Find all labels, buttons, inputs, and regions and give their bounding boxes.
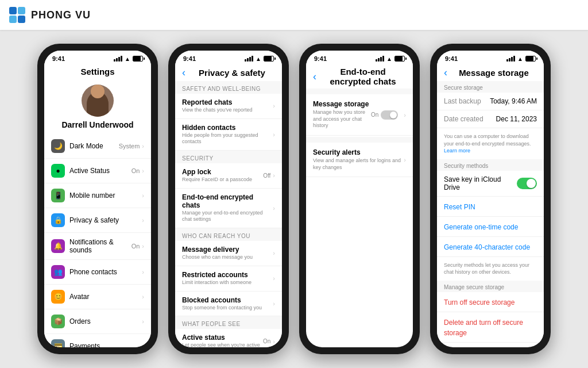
privacy-item-e2e[interactable]: End-to-end encrypted chats Manage your e…	[175, 189, 282, 228]
chevron-icon: ›	[273, 131, 275, 138]
storage-title: Message storage	[451, 68, 537, 78]
e2e-nav: ‹ End-to-end encrypted chats	[306, 64, 413, 89]
status-bar-4: 9:41 ▲	[437, 51, 544, 64]
security-title: Security alerts	[313, 148, 404, 156]
status-time-3: 9:41	[314, 55, 327, 62]
phone-contacts-icon: 👥	[51, 265, 65, 279]
generate-one-time-item[interactable]: Generate one-time code	[437, 217, 544, 237]
avatar-figure	[87, 91, 109, 117]
storage-desc: Manage how you store and access your cha…	[313, 109, 371, 129]
settings-item-privacy[interactable]: 🔒 Privacy & safety ›	[44, 208, 151, 233]
profile-name: Darrell Underwood	[61, 120, 133, 129]
chevron-icon: ›	[273, 275, 275, 282]
privacy-item-blocked[interactable]: Blocked accounts Stop someone from conta…	[175, 292, 282, 317]
chevron-icon: ›	[142, 143, 144, 150]
chevron-icon: ›	[273, 300, 275, 307]
active-status-title: Active status	[182, 334, 263, 342]
e2e-item-storage[interactable]: Message storage Manage how you store and…	[306, 94, 413, 136]
settings-item-avatar[interactable]: 😊 Avatar ›	[44, 285, 151, 309]
reset-pin-label: Reset PIN	[444, 203, 475, 211]
notifications-label: Notifications & sounds	[69, 238, 131, 254]
privacy-item-msgdelivery[interactable]: Message delivery Choose who can message …	[175, 241, 282, 266]
date-created-row: Date created Dec 11, 2023	[437, 110, 544, 128]
storage-title: Message storage	[313, 100, 371, 108]
chevron-icon: ›	[273, 338, 275, 345]
delete-storage-item[interactable]: Delete and turn off secure storage	[437, 312, 544, 343]
date-created-value: Dec 11, 2023	[496, 115, 537, 123]
active-status-value: On	[131, 167, 140, 174]
turn-off-storage-item[interactable]: Turn off secure storage	[437, 292, 544, 312]
mobile-label: Mobile number	[69, 191, 142, 200]
privacy-item-active-status[interactable]: Active status Let people see when you're…	[175, 329, 282, 347]
settings-item-orders[interactable]: 📦 Orders ›	[44, 309, 151, 334]
wifi-icon: ▲	[125, 56, 130, 62]
battery-icon	[264, 56, 274, 62]
phone-e2e: 9:41 ▲ ‹ End-to-end encrypted chats Mess…	[299, 44, 420, 354]
save-key-toggle[interactable]	[517, 178, 537, 189]
privacy-item-applock[interactable]: App lock Require FaceID or a passcode Of…	[175, 163, 282, 189]
status-icons-3: ▲	[376, 56, 405, 62]
settings-screen: 9:41 ▲ Settings Darrel	[44, 51, 151, 347]
orders-label: Orders	[69, 317, 142, 325]
content-area: 9:41 ▲ Settings Darrel	[0, 30, 588, 368]
logo-icon	[9, 7, 25, 23]
back-button[interactable]: ‹	[313, 71, 316, 83]
reset-pin-item[interactable]: Reset PIN	[437, 197, 544, 217]
settings-item-active-status[interactable]: ● Active Status On ›	[44, 159, 151, 183]
settings-item-dark-mode[interactable]: 🌙 Dark Mode System ›	[44, 134, 151, 159]
restricted-desc: Limit interaction with someone	[182, 279, 273, 286]
wifi-icon: ▲	[386, 56, 392, 62]
signal-icon	[245, 56, 253, 62]
chevron-icon: ›	[273, 102, 275, 109]
secure-storage-header: Secure storage	[437, 81, 544, 93]
generate-40char-item[interactable]: Generate 40-character code	[437, 237, 544, 257]
settings-item-payments[interactable]: 💳 Payments ›	[44, 334, 151, 347]
settings-item-notifications[interactable]: 🔔 Notifications & sounds On ›	[44, 233, 151, 260]
hidden-desc: Hide people from your suggested contacts	[182, 132, 273, 145]
manage-storage-header: Manage secure storage	[437, 281, 544, 292]
status-icons-1: ▲	[114, 56, 143, 62]
learn-more-link[interactable]: Learn more	[444, 148, 470, 154]
settings-title: Settings	[51, 67, 144, 76]
blocked-title: Blocked accounts	[182, 296, 273, 304]
storage-value: On	[371, 112, 378, 118]
generate-one-time-label: Generate one-time code	[444, 223, 518, 231]
e2e-item-security[interactable]: Security alerts View and manage alerts f…	[306, 143, 413, 177]
orders-icon: 📦	[51, 315, 65, 328]
chevron-icon: ›	[142, 318, 144, 325]
methods-note: Security methods let you access your cha…	[437, 257, 544, 281]
active-status-desc: Let people see when you're active	[182, 342, 263, 347]
active-status-icon: ●	[51, 164, 65, 178]
privacy-icon: 🔒	[51, 213, 65, 227]
back-button[interactable]: ‹	[444, 67, 447, 79]
msgdelivery-content: Message delivery Choose who can message …	[182, 246, 273, 261]
privacy-item-restricted[interactable]: Restricted accounts Limit interaction wi…	[175, 266, 282, 292]
info-text: You can use a computer to download your …	[437, 128, 544, 159]
avatar[interactable]	[82, 85, 114, 117]
signal-icon	[506, 56, 515, 62]
profile-section: Darrell Underwood	[44, 79, 151, 134]
status-time-1: 9:41	[52, 55, 65, 62]
notifications-value: On	[131, 243, 140, 250]
chevron-icon: ›	[142, 343, 144, 347]
privacy-item-reported[interactable]: Reported chats View the chats you've rep…	[175, 94, 282, 119]
applock-content: App lock Require FaceID or a passcode	[182, 168, 263, 183]
dark-mode-label: Dark Mode	[69, 142, 119, 150]
back-button[interactable]: ‹	[182, 67, 185, 79]
settings-item-mobile[interactable]: 📱 Mobile number ›	[44, 183, 151, 208]
privacy-item-hidden[interactable]: Hidden contacts Hide people from your su…	[175, 119, 282, 151]
chevron-icon: ›	[142, 217, 144, 224]
save-key-row: Save key in iCloud Drive	[437, 171, 544, 197]
settings-content: Darrell Underwood 🌙 Dark Mode System › ●…	[44, 79, 151, 347]
section-reach: Who can reach you	[175, 228, 282, 241]
status-bar-1: 9:41 ▲	[44, 51, 151, 64]
chevron-icon: ›	[142, 192, 144, 199]
section-people-see: What people see	[175, 316, 282, 329]
privacy-title: Privacy & safety	[189, 68, 275, 78]
reported-content: Reported chats View the chats you've rep…	[182, 98, 273, 114]
e2e-screen: 9:41 ▲ ‹ End-to-end encrypted chats Mess…	[306, 51, 413, 347]
settings-item-phone-contacts[interactable]: 👥 Phone contacts ›	[44, 260, 151, 285]
wifi-icon: ▲	[256, 56, 261, 62]
storage-toggle[interactable]	[381, 110, 398, 120]
reported-desc: View the chats you've reported	[182, 107, 273, 114]
